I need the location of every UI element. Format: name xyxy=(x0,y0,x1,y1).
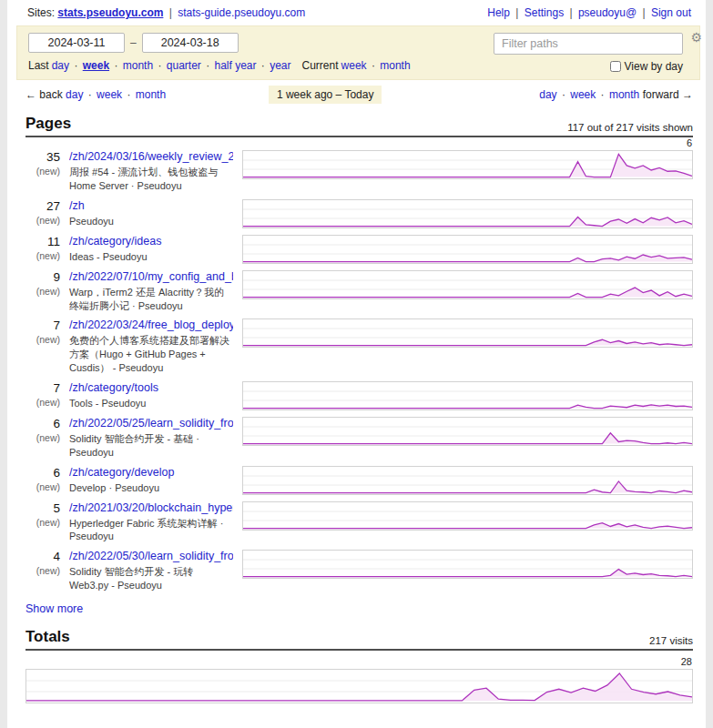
date-to-input[interactable] xyxy=(142,33,239,53)
nav-link-week[interactable]: week xyxy=(570,88,596,101)
page-sparkline[interactable] xyxy=(242,318,693,348)
page-row: 27(new)/zhPseudoyu xyxy=(25,199,693,228)
page-path-link[interactable]: /zh/category/ideas xyxy=(69,235,233,248)
page-visit-count: 4 xyxy=(25,550,60,563)
page-count-cell: 4(new) xyxy=(25,550,60,592)
separator-pipe: | xyxy=(166,6,175,19)
site-link-stats-guide.pseudoyu.com[interactable]: stats-guide.pseudoyu.com xyxy=(178,6,305,19)
page-path-link[interactable]: /zh/2022/03/24/free_blog_deploy_u... xyxy=(69,318,233,331)
period-link-quarter[interactable]: quarter xyxy=(167,59,201,72)
totals-chart-max-label: 28 xyxy=(681,656,692,667)
totals-title: Totals xyxy=(25,628,70,646)
page-visit-count: 5 xyxy=(25,501,60,515)
topbar-link-pseudoyu-[interactable]: pseudoyu@ xyxy=(578,6,637,19)
period-link-month[interactable]: month xyxy=(123,59,153,72)
page-count-cell: 7(new) xyxy=(25,381,60,410)
page-sparkline[interactable] xyxy=(242,417,693,446)
chart-nav-row: ← back day · week · month 1 week ago – T… xyxy=(25,86,693,104)
page-path-link[interactable]: /zh/2022/07/10/my_config_and_bea... xyxy=(69,270,233,283)
page-title-text: Hyperledger Fabric 系统架构详解 · Pseudoyu xyxy=(69,517,233,544)
chart-box xyxy=(242,381,693,410)
referrers-section: Top referrers 25%Google5424%(unknown)532… xyxy=(25,716,341,728)
gear-icon[interactable]: ⚙ xyxy=(690,30,702,45)
page-path-link[interactable]: /zh/category/tools xyxy=(69,381,233,394)
back-arrow-icon: ← xyxy=(25,88,36,101)
separator-dot: · xyxy=(85,88,95,101)
period-link-week[interactable]: week xyxy=(83,59,109,72)
separator-dot: · xyxy=(597,88,607,101)
page-visit-count: 7 xyxy=(25,381,60,395)
period-link-year[interactable]: year xyxy=(270,59,290,72)
separator-dot: · xyxy=(124,88,134,101)
sites-list: Sites: stats.pseudoyu.com | stats-guide.… xyxy=(27,6,305,19)
topbar-link-help[interactable]: Help xyxy=(487,6,510,19)
page-path-link[interactable]: /zh/2021/03/20/blockchain_hyperle... xyxy=(69,501,233,514)
page-new-badge: (new) xyxy=(25,517,60,528)
separator-dot: · xyxy=(203,59,213,72)
totals-chart[interactable]: 28 xyxy=(25,669,693,703)
site-link-stats.pseudoyu.com[interactable]: stats.pseudoyu.com xyxy=(57,6,163,19)
period-link-day[interactable]: day xyxy=(52,59,69,72)
date-from-input[interactable] xyxy=(28,33,125,53)
nav-forward-group: day · week · month forward → xyxy=(539,88,693,101)
page-path-link[interactable]: /zh xyxy=(69,199,233,212)
current-range-label: 1 week ago – Today xyxy=(269,86,382,104)
view-by-day-checkbox[interactable] xyxy=(610,61,621,72)
separator-dot: · xyxy=(71,59,81,72)
page-sparkline[interactable] xyxy=(242,381,693,410)
page-row: 6(new)/zh/category/developDevelop · Pseu… xyxy=(25,466,693,495)
nav-link-week[interactable]: week xyxy=(97,88,122,101)
separator-pipe: | xyxy=(566,6,575,19)
nav-link-month[interactable]: month xyxy=(136,88,166,101)
page-info-cell: /zh/category/developDevelop · Pseudoyu xyxy=(69,466,233,495)
separator-dot: · xyxy=(155,59,165,72)
pages-summary: 117 out of 217 visits shown xyxy=(567,122,693,133)
page-sparkline[interactable]: 6 xyxy=(242,150,693,179)
page-info-cell: /zh/category/toolsTools - Pseudoyu xyxy=(69,381,233,410)
current-label: Current xyxy=(302,59,339,72)
filter-paths-input[interactable] xyxy=(494,33,683,55)
nav-link-day[interactable]: day xyxy=(539,88,556,101)
page-count-cell: 9(new) xyxy=(25,270,60,313)
period-links: Lastday · week · month · quarter · half … xyxy=(28,59,411,72)
nav-link-month[interactable]: month xyxy=(609,88,639,101)
topbar-link-sign-out[interactable]: Sign out xyxy=(651,6,691,19)
page-path-link[interactable]: /zh/2024/03/16/weekly_review_202... xyxy=(69,150,233,163)
page-sparkline[interactable] xyxy=(242,270,693,299)
page-sparkline[interactable] xyxy=(242,235,693,264)
back-label: back xyxy=(39,88,62,101)
page-new-badge: (new) xyxy=(25,397,60,408)
period-link-half-year[interactable]: half year xyxy=(214,59,256,72)
page-path-link[interactable]: /zh/category/develop xyxy=(69,466,233,479)
topbar-link-settings[interactable]: Settings xyxy=(525,6,564,19)
pages-show-more-link[interactable]: Show more xyxy=(25,602,83,615)
page-row: 7(new)/zh/category/toolsTools - Pseudoyu xyxy=(25,381,693,410)
page-count-cell: 7(new) xyxy=(25,318,60,375)
nav-link-day[interactable]: day xyxy=(66,88,83,101)
main-content: Pages 117 out of 217 visits shown 35(new… xyxy=(7,115,706,728)
pages-chart-max-label: 6 xyxy=(687,137,692,148)
page-row: 9(new)/zh/2022/07/10/my_config_and_bea..… xyxy=(25,270,693,313)
page-sparkline[interactable] xyxy=(242,501,693,531)
page-title-text: Solidity 智能合约开发 - 基础 · Pseudoyu xyxy=(69,432,233,460)
page-new-badge: (new) xyxy=(25,215,60,226)
page-sparkline[interactable] xyxy=(242,550,693,579)
totals-summary: 217 visits xyxy=(649,635,693,646)
page-new-badge: (new) xyxy=(25,334,60,345)
chart-box xyxy=(242,550,693,579)
page-sparkline[interactable] xyxy=(242,466,693,495)
view-by-day-toggle[interactable]: View by day xyxy=(610,60,683,73)
page-visit-count: 6 xyxy=(25,466,60,480)
page-title-text: Ideas - Pseudoyu xyxy=(69,250,233,264)
chart-box xyxy=(242,466,693,495)
date-filter-band: – Lastday · week · month · quarter · hal… xyxy=(16,25,700,80)
period-link-month[interactable]: month xyxy=(380,59,410,72)
page-path-link[interactable]: /zh/2022/05/30/learn_solidity_from_... xyxy=(69,550,233,562)
page-sparkline[interactable] xyxy=(242,199,693,228)
page-info-cell: /zh/category/ideasIdeas - Pseudoyu xyxy=(69,235,233,264)
page-path-link[interactable]: /zh/2022/05/25/learn_solidity_from_... xyxy=(69,417,233,430)
nav-back-group: ← back day · week · month xyxy=(25,88,166,101)
page-count-cell: 5(new) xyxy=(25,501,60,544)
period-link-week[interactable]: week xyxy=(341,59,367,72)
page-row: 5(new)/zh/2021/03/20/blockchain_hyperle.… xyxy=(25,501,693,544)
